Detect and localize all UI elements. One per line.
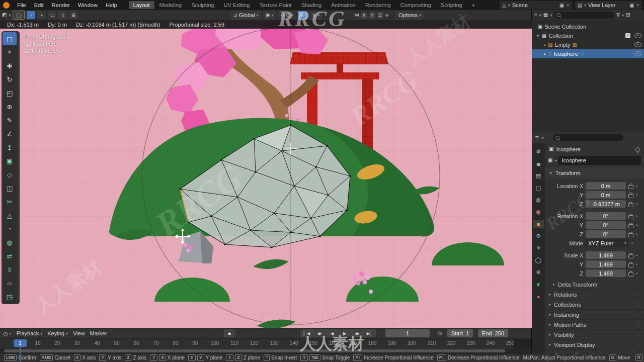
tab-scripting[interactable]: Scripting [436, 1, 467, 9]
rotation-x-field[interactable]: 0° [586, 212, 626, 220]
select-mode-extra-2[interactable]: ⊞ [69, 11, 77, 19]
outliner-mode-icon[interactable]: ≡ [534, 13, 537, 18]
tool-transform[interactable]: ⊕ [3, 100, 17, 113]
lock-icon[interactable] [628, 233, 633, 237]
location-y-field[interactable]: 0 m [586, 191, 626, 199]
tab-sculpting[interactable]: Sculpting [187, 1, 218, 9]
tool-annotate[interactable]: ✎ [3, 114, 17, 127]
tool-shear[interactable]: ▱ [3, 277, 17, 290]
expand-icon[interactable]: ▸ [544, 52, 546, 56]
tool-inset-faces[interactable]: ▣ [3, 154, 17, 167]
menu-render[interactable]: Render [48, 1, 73, 9]
lock-icon[interactable] [628, 254, 633, 258]
tab-layout[interactable]: Layout [129, 1, 154, 9]
copy-icon[interactable]: ▣ [629, 3, 634, 8]
close-icon[interactable]: × [636, 2, 639, 8]
current-frame-field[interactable]: 1 [385, 329, 430, 337]
menu-window[interactable]: Window [74, 1, 101, 9]
tab-uv-editing[interactable]: UV Editing [219, 1, 254, 9]
properties-tab-modifiers-icon[interactable]: ⚙ [533, 232, 544, 240]
jump-to-start-button[interactable]: ▏◀ [301, 330, 313, 337]
tool-move[interactable]: ✚ [3, 59, 17, 72]
tool-knife[interactable]: ✂ [3, 195, 17, 208]
proportional-editing-toggle[interactable]: ◎ [298, 11, 307, 20]
lock-icon[interactable] [628, 185, 633, 189]
tool-spin[interactable]: ◔ [3, 222, 17, 235]
tab-animation[interactable]: Animation [327, 1, 360, 9]
properties-search-input[interactable] [553, 134, 623, 141]
tool-shrink-fatten[interactable]: ⇳ [3, 263, 17, 276]
scale-y-field[interactable]: 1.469 [586, 260, 626, 268]
mirror-y-toggle[interactable]: Y [369, 12, 375, 19]
rotation-y-field[interactable]: 0° [586, 221, 626, 229]
timeline-editor-type[interactable]: ◷ ▾ [3, 330, 12, 337]
scale-x-field[interactable]: 1.469 [586, 251, 626, 259]
options-dropdown[interactable]: Options ▾ [396, 11, 424, 20]
outliner-row-collection[interactable]: ▼ ▦ Collection ✓ [532, 31, 644, 40]
properties-tab-render-icon[interactable]: ◙ [533, 159, 544, 168]
next-keyframe-button[interactable]: •▶ [351, 330, 363, 337]
tool-loop-cut[interactable]: ◫ [3, 182, 17, 195]
tool-edge-slide[interactable]: ⇄ [3, 249, 17, 262]
tab-modeling[interactable]: Modeling [155, 1, 187, 9]
new-collection-icon[interactable]: ⊞ [626, 13, 630, 18]
blender-logo-icon[interactable] [3, 2, 10, 9]
properties-editor-icon[interactable]: ≣ [535, 135, 539, 140]
mode-dropdown-icon[interactable]: ◩ [2, 13, 7, 18]
menu-keying[interactable]: Keying▾ [47, 330, 68, 336]
pivot-point-dropdown[interactable]: ◉ ▾ [263, 11, 276, 20]
transform-panel-header[interactable]: ▼ Transform [545, 167, 644, 178]
properties-tab-particles-icon[interactable]: ✳ [533, 244, 544, 252]
menu-help[interactable]: Help [102, 1, 121, 9]
copy-icon[interactable]: ▣ [559, 3, 564, 8]
visibility-eye-icon[interactable] [634, 42, 641, 47]
properties-tab-tool-icon[interactable]: ⚙ [533, 147, 544, 156]
menu-edit[interactable]: Edit [31, 1, 47, 9]
select-mode-edge[interactable]: ▪ [37, 11, 46, 19]
tool-extrude-region[interactable]: ↥ [3, 141, 17, 154]
tab-add-workspace[interactable]: + [467, 1, 479, 9]
outliner-row-scene-collection[interactable]: ▣ Scene Collection [532, 22, 644, 31]
section-visibility[interactable]: ▸Visibility∷ [545, 329, 644, 339]
select-mode-vertex[interactable]: ▫ [27, 11, 35, 19]
transform-orientation-dropdown[interactable]: ⊿ Global ▾ [230, 11, 261, 20]
menu-playback[interactable]: Playback▾ [17, 330, 43, 336]
properties-tab-view-layer-icon[interactable]: ▢ [533, 184, 544, 192]
object-name-field[interactable]: Icosphere [558, 156, 641, 165]
jump-to-end-button[interactable]: ▶▏ [364, 330, 376, 337]
auto-keying-record-button[interactable]: ● [224, 329, 235, 337]
snap-toggle-group[interactable]: ∪ ⊙ ▾ [278, 11, 296, 20]
lock-icon[interactable] [628, 263, 633, 267]
visibility-eye-icon[interactable] [634, 51, 641, 56]
properties-tab-physics-icon[interactable]: ◯ [533, 256, 544, 264]
scene-selector[interactable]: ◬ ▾ Scene ▣ × [500, 1, 572, 10]
lock-icon[interactable] [628, 215, 633, 219]
rotation-z-field[interactable]: 0° [586, 230, 626, 238]
outliner-row-icosphere[interactable]: ▸ ▽ Icosphere ▽ [532, 49, 644, 58]
lock-icon[interactable] [628, 224, 633, 228]
tool-scale[interactable]: ◰ [3, 86, 17, 100]
select-mode-extra-1[interactable]: ▯ [58, 11, 67, 19]
properties-tab-constraints-icon[interactable]: ⊗ [533, 268, 544, 277]
mirror-z-toggle[interactable]: Z [377, 12, 383, 19]
properties-tab-output-icon[interactable]: ▤ [533, 171, 544, 180]
menu-view[interactable]: View [73, 330, 85, 336]
section-collections[interactable]: ▸Collections∷ [545, 299, 644, 309]
tool-measure[interactable]: ∠ [3, 127, 17, 140]
frame-end-field[interactable]: End250 [478, 329, 508, 337]
collection-checkbox[interactable]: ✓ [625, 33, 630, 38]
rotation-mode-dropdown[interactable]: XYZ Euler▾ [586, 239, 629, 247]
pin-icon[interactable] [635, 147, 640, 152]
section-custom-properties[interactable]: ▸Custom Properties∷ [545, 349, 644, 353]
viewport-3d[interactable]: Dx: -1.513 m Dy: 0 m Dz: -0.1034 m (1.51… [0, 20, 532, 328]
tool-rip-region[interactable]: ◳ [3, 290, 17, 303]
properties-tab-object-icon[interactable]: ■ [533, 220, 544, 228]
tool-smooth[interactable]: ◍ [3, 236, 17, 249]
collapse-icon[interactable]: ▼ [536, 34, 540, 38]
lock-icon[interactable] [628, 203, 633, 207]
menu-file[interactable]: File [14, 1, 30, 9]
tab-shading[interactable]: Shading [297, 1, 326, 9]
close-icon[interactable]: × [566, 2, 569, 8]
outliner-search-input[interactable] [554, 12, 614, 19]
lock-icon[interactable] [628, 273, 633, 277]
